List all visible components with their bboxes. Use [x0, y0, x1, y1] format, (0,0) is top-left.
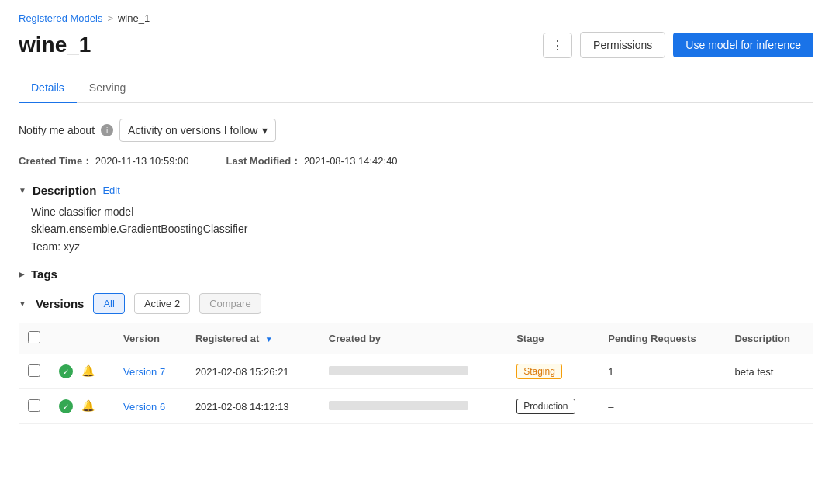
row-version-cell: Version 7 [114, 354, 186, 389]
description-line-2: sklearn.ensemble.GradientBoostingClassif… [31, 220, 813, 237]
modified-value: 2021-08-13 14:42:40 [304, 155, 398, 167]
row-registered-cell: 2021-02-08 15:26:21 [186, 354, 319, 389]
collapse-icon: ▼ [19, 186, 26, 195]
more-button[interactable]: ⋮ [543, 33, 572, 58]
created-time: Created Time： 2020-11-13 10:59:00 [19, 154, 188, 168]
description-edit-button[interactable]: Edit [102, 185, 119, 196]
compare-button[interactable]: Compare [199, 293, 261, 314]
breadcrumb-separator: > [107, 12, 113, 24]
redacted-username [329, 366, 468, 375]
breadcrumb-current: wine_1 [118, 12, 150, 24]
versions-title: Versions [36, 297, 85, 310]
row-description-cell: beta test [725, 354, 813, 389]
notify-row: Notify me about i Activity on versions I… [19, 119, 813, 142]
description-title: Description [33, 184, 97, 197]
meta-row: Created Time： 2020-11-13 10:59:00 Last M… [19, 154, 813, 168]
filter-active-button[interactable]: Active 2 [134, 293, 190, 314]
versions-section: ▼ Versions All Active 2 Compare Version … [19, 293, 813, 424]
page-header: wine_1 ⋮ Permissions Use model for infer… [19, 32, 813, 58]
redacted-username [329, 401, 468, 410]
modified-label: Last Modified： [226, 155, 301, 167]
row-created-by-cell [319, 389, 507, 424]
versions-header: ▼ Versions All Active 2 Compare [19, 293, 813, 314]
col-description: Description [725, 323, 813, 354]
sort-icon: ▼ [265, 335, 273, 343]
stage-badge: Production [516, 399, 575, 414]
use-model-inference-button[interactable]: Use model for inference [673, 33, 813, 57]
bell-icon[interactable]: 🔔 [81, 399, 95, 412]
chevron-down-icon: ▾ [262, 124, 268, 136]
row-registered-cell: 2021-02-08 14:12:13 [186, 389, 319, 424]
versions-collapse-icon: ▼ [19, 299, 26, 308]
row-checkbox-cell [19, 354, 50, 389]
row-created-by-cell [319, 354, 507, 389]
description-line-1: Wine classifier model [31, 203, 813, 220]
description-section-header[interactable]: ▼ Description Edit [19, 184, 813, 197]
col-created-by: Created by [319, 323, 507, 354]
row-checkbox[interactable] [28, 364, 40, 377]
row-version-cell: Version 6 [114, 389, 186, 424]
breadcrumb-parent[interactable]: Registered Models [19, 12, 102, 24]
description-content: Wine classifier model sklearn.ensemble.G… [19, 203, 813, 255]
info-icon[interactable]: i [101, 124, 113, 136]
tags-section: ▶ Tags [19, 268, 813, 281]
row-stage-cell: Production [507, 389, 599, 424]
page-title: wine_1 [19, 33, 91, 57]
row-pending-cell: 1 [599, 354, 725, 389]
table-header-row: Version Registered at ▼ Created by Stage… [19, 323, 813, 354]
col-icons [50, 323, 114, 354]
bell-icon[interactable]: 🔔 [81, 364, 95, 377]
tags-collapse-icon: ▶ [19, 270, 25, 278]
tab-serving[interactable]: Serving [77, 74, 138, 103]
col-version: Version [114, 323, 186, 354]
permissions-button[interactable]: Permissions [580, 32, 665, 58]
header-actions: ⋮ Permissions Use model for inference [543, 32, 813, 58]
description-section: ▼ Description Edit Wine classifier model… [19, 184, 813, 255]
status-icon: ✓ [59, 399, 73, 413]
row-stage-cell: Staging [507, 354, 599, 389]
col-pending-requests: Pending Requests [599, 323, 725, 354]
select-all-checkbox[interactable] [28, 331, 40, 343]
row-checkbox-cell [19, 389, 50, 424]
notify-dropdown-text: Activity on versions I follow [128, 124, 257, 136]
row-description-cell [725, 389, 813, 424]
tab-details[interactable]: Details [19, 74, 77, 103]
created-value: 2020-11-13 10:59:00 [95, 155, 189, 167]
table-row: ✓ 🔔 Version 6 2021-02-08 14:12:13 Produc… [19, 389, 813, 424]
version-link[interactable]: Version 6 [123, 401, 165, 413]
filter-all-button[interactable]: All [93, 293, 124, 314]
table-row: ✓ 🔔 Version 7 2021-02-08 15:26:21 Stagin… [19, 354, 813, 389]
row-pending-cell: – [599, 389, 725, 424]
tags-section-header[interactable]: ▶ Tags [19, 268, 813, 281]
col-checkbox [19, 323, 50, 354]
status-icon: ✓ [59, 364, 73, 378]
notify-dropdown[interactable]: Activity on versions I follow ▾ [119, 119, 276, 142]
col-stage: Stage [507, 323, 599, 354]
versions-table: Version Registered at ▼ Created by Stage… [19, 323, 813, 424]
version-link[interactable]: Version 7 [123, 366, 165, 378]
tabs-bar: Details Serving [19, 74, 813, 103]
notify-label: Notify me about [19, 124, 95, 136]
row-checkbox[interactable] [28, 399, 40, 412]
row-icons-cell: ✓ 🔔 [50, 389, 114, 424]
tags-title: Tags [31, 268, 57, 281]
row-icons-cell: ✓ 🔔 [50, 354, 114, 389]
stage-badge: Staging [516, 364, 562, 379]
description-line-3: Team: xyz [31, 238, 813, 255]
col-registered-at: Registered at ▼ [186, 323, 319, 354]
modified-time: Last Modified： 2021-08-13 14:42:40 [226, 154, 397, 168]
breadcrumb: Registered Models > wine_1 [19, 12, 813, 24]
created-label: Created Time： [19, 155, 92, 167]
